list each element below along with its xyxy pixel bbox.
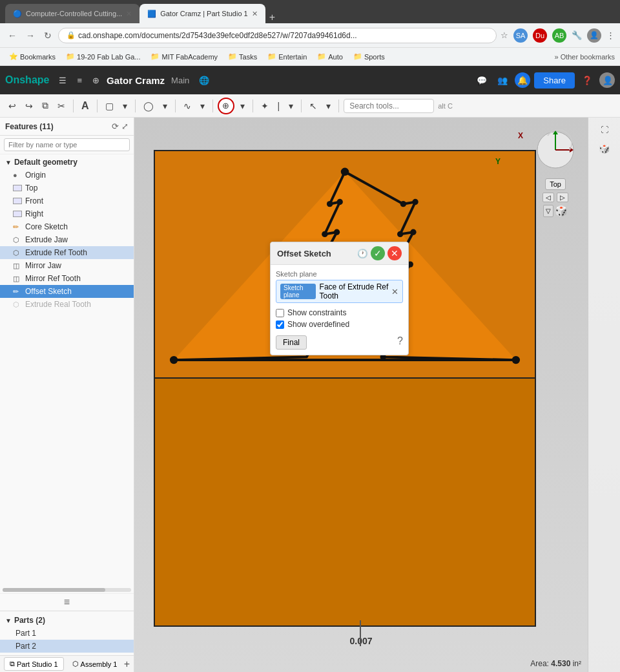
tab-computer-cutting[interactable]: 🔵 Computer-Controlled Cutting... ✕	[5, 4, 140, 23]
sketch-plane-field[interactable]: Sketch plane Face of Extrude Ref Tooth ✕	[276, 280, 403, 303]
help-btn[interactable]: ❓	[579, 74, 595, 87]
dialog-cancel-button[interactable]: ✕	[388, 246, 402, 260]
rebuild-btn[interactable]: ⟳	[112, 121, 119, 131]
account-3[interactable]: AB	[552, 28, 566, 43]
svg-point-4	[334, 229, 340, 235]
globe-btn[interactable]: 🌐	[196, 74, 212, 87]
feature-item-origin[interactable]: ● Origin	[0, 169, 134, 182]
view-left-btn[interactable]: ◁	[542, 193, 554, 202]
feature-group-default[interactable]: ▼ Default geometry	[0, 156, 134, 169]
dialog-history-btn[interactable]: 🕐	[357, 246, 368, 260]
tab-gator-cramz[interactable]: 🟦 Gator Cramz | Part Studio 1 ✕	[140, 4, 265, 23]
other-bookmarks[interactable]: » Other bookmarks	[554, 53, 615, 61]
extension-btn[interactable]: 🔧	[572, 30, 582, 40]
bookmark-auto[interactable]: 📁 Auto	[313, 51, 347, 62]
redo-btn[interactable]: ↪	[22, 99, 36, 113]
avatar-btn[interactable]: 👤	[587, 28, 601, 43]
show-overdefined-checkbox[interactable]	[276, 320, 284, 329]
app-title: Gator Cramz	[107, 75, 165, 86]
view-right-btn[interactable]: ▷	[557, 193, 568, 202]
dim-dropdown[interactable]: ▾	[285, 99, 296, 113]
divider-6	[253, 100, 253, 112]
show-constraints-checkbox[interactable]	[276, 309, 284, 317]
view3d-btn[interactable]: 🎲	[596, 141, 612, 156]
back-button[interactable]: ←	[5, 29, 19, 42]
bookmark-tasks[interactable]: 📁 Tasks	[224, 51, 261, 62]
offset-dropdown[interactable]: ▾	[237, 99, 248, 113]
trim-btn[interactable]: ✂	[54, 99, 68, 113]
menu-btn[interactable]: ⋮	[606, 30, 615, 40]
feature-item-extrude-jaw[interactable]: ⬡ Extrude Jaw	[0, 233, 134, 246]
account-2[interactable]: Du	[533, 28, 547, 43]
bookmarks-folder[interactable]: ⭐ Bookmarks	[5, 51, 59, 62]
new-tab-button[interactable]: +	[269, 12, 275, 23]
sketch-plane-clear-btn[interactable]: ✕	[391, 287, 398, 297]
tab-close-1[interactable]: ✕	[126, 10, 132, 18]
select-dropdown[interactable]: ▾	[323, 99, 334, 113]
shape-btn[interactable]: ▢	[102, 99, 117, 113]
bookmark-entertain[interactable]: 📁 Entertain	[264, 51, 311, 62]
forward-button[interactable]: →	[23, 29, 37, 42]
final-button[interactable]: Final	[276, 335, 307, 350]
dialog-help-btn[interactable]: ?	[397, 335, 403, 347]
bookmark-fablab[interactable]: 📁 19-20 Fab Lab Ga...	[62, 51, 144, 62]
tab-close-2[interactable]: ✕	[252, 10, 258, 18]
view-settings-btn[interactable]: ⛶	[598, 123, 611, 137]
view-cube-label[interactable]: Top	[545, 178, 566, 190]
search-tools-input[interactable]	[344, 99, 434, 113]
feature-item-offset-sketch[interactable]: ✏ Offset Sketch	[0, 285, 134, 298]
part-item-1[interactable]: Part 1	[0, 627, 134, 640]
view-down-btn[interactable]: ▽	[543, 205, 553, 217]
arc-dropdown[interactable]: ▾	[197, 99, 208, 113]
bookmark-fabacademy[interactable]: 📁 MIT FabAcademy	[147, 51, 222, 62]
collapse-panel-btn[interactable]: ≡	[64, 596, 70, 608]
feature-item-core-sketch[interactable]: ✏ Core Sketch	[0, 220, 134, 233]
dialog-ok-button[interactable]: ✓	[371, 246, 385, 260]
notifications-btn[interactable]: 🔔	[515, 72, 530, 88]
parts-header[interactable]: ▼ Parts (2)	[0, 614, 134, 627]
share-button[interactable]: Share	[534, 72, 575, 89]
copies-btn[interactable]: ⧉	[39, 98, 52, 113]
svg-point-3	[322, 231, 327, 237]
divider-2	[97, 100, 98, 112]
add-tab-btn[interactable]: +	[124, 658, 130, 670]
bookmark-star[interactable]: ☆	[501, 30, 508, 40]
feature-item-extrude-real-tooth[interactable]: ⬡ Extrude Real Tooth	[0, 298, 134, 311]
feature-item-top[interactable]: Top	[0, 182, 134, 194]
feature-item-front[interactable]: Front	[0, 194, 134, 207]
undo-btn[interactable]: ↩	[5, 99, 19, 113]
offset-btn[interactable]: ⊕	[218, 98, 234, 114]
feature-item-mirror-ref-tooth[interactable]: ◫ Mirror Ref Tooth	[0, 272, 134, 285]
shape-dropdown[interactable]: ▾	[119, 99, 130, 113]
reload-button[interactable]: ↻	[41, 29, 54, 42]
select-btn[interactable]: ↖	[306, 99, 320, 113]
svg-point-20	[412, 199, 418, 205]
feature-item-mirror-jaw[interactable]: ◫ Mirror Jaw	[0, 259, 134, 272]
part-item-2[interactable]: Part 2	[0, 640, 134, 653]
line-btn[interactable]: |	[274, 99, 284, 113]
feature-item-extrude-ref-tooth[interactable]: ⬡ Extrude Ref Tooth	[0, 246, 134, 259]
point-btn[interactable]: ✦	[258, 99, 272, 113]
tab-assembly[interactable]: ⬡ Assembly 1	[67, 657, 123, 671]
address-bar[interactable]: 🔒 cad.onshape.com/documents/2d7543de39ef…	[58, 28, 497, 43]
bookmark-sports[interactable]: 📁 Sports	[349, 51, 389, 62]
collab-btn[interactable]: 👥	[494, 74, 511, 87]
account-1[interactable]: SA	[513, 28, 528, 43]
expand-panel-btn[interactable]: ⤢	[121, 121, 129, 131]
tab-part-studio[interactable]: ⧉ Part Studio 1	[4, 657, 64, 671]
axis-arrows-svg	[530, 124, 581, 176]
feature-item-right[interactable]: Right	[0, 207, 134, 220]
feature-scrollbar[interactable]	[3, 588, 131, 592]
view3d-icon[interactable]: 🎲	[555, 205, 568, 217]
user-avatar[interactable]: 👤	[599, 72, 615, 88]
hamburger-menu[interactable]: ☰	[56, 74, 70, 87]
circle-dropdown[interactable]: ▾	[160, 99, 170, 113]
arc-btn[interactable]: ∿	[180, 99, 194, 113]
add-feature-btn[interactable]: ⊕	[89, 74, 103, 87]
features-list-btn[interactable]: ≡	[74, 74, 85, 87]
search-shortcut: alt C	[438, 102, 453, 110]
feature-filter-input[interactable]	[4, 138, 130, 151]
text-btn[interactable]: A	[78, 98, 92, 114]
circle-btn[interactable]: ◯	[140, 99, 157, 113]
chat-btn[interactable]: 💬	[473, 74, 490, 87]
